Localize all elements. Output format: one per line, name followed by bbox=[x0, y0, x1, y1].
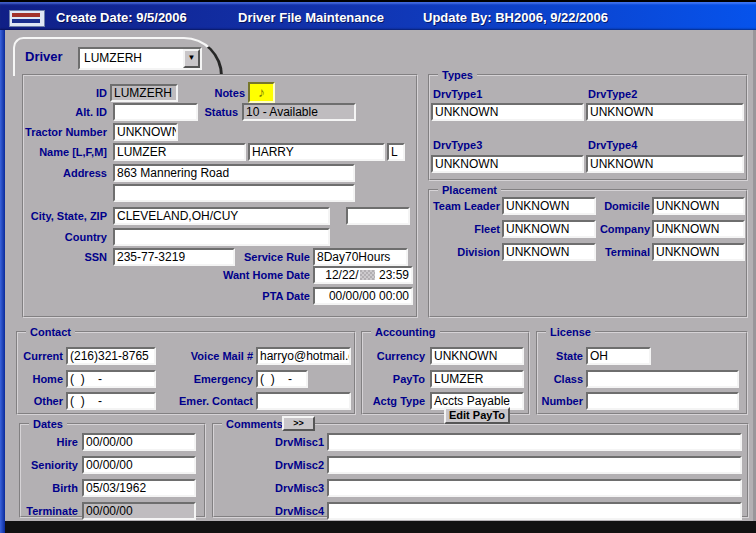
drvmisc3-field[interactable] bbox=[327, 479, 742, 497]
drvmisc1-field[interactable] bbox=[327, 433, 742, 451]
domicile-field[interactable]: UNKNOWN bbox=[652, 197, 745, 215]
payto-label: PayTo bbox=[360, 373, 425, 385]
status-label: Status bbox=[180, 106, 238, 118]
emergency-phone-label: Emergency bbox=[170, 373, 253, 385]
drvmisc3-label: DrvMisc3 bbox=[258, 482, 324, 494]
emergency-phone-field[interactable]: ( ) - bbox=[256, 370, 308, 388]
fleet-field[interactable]: UNKNOWN bbox=[502, 220, 596, 238]
team-leader-label: Team Leader bbox=[418, 200, 500, 212]
hire-date-field[interactable]: 00/00/00 bbox=[82, 433, 196, 451]
tractor-number-label: Tractor Number bbox=[8, 126, 107, 138]
drvmisc1-label: DrvMisc1 bbox=[258, 436, 324, 448]
name-label: Name [L,F,M] bbox=[8, 146, 107, 158]
comments-expand-button[interactable]: >> bbox=[282, 416, 315, 431]
currency-label: Currency bbox=[360, 350, 425, 362]
want-home-date-field[interactable]: 12/22/ 23:59 bbox=[313, 266, 413, 284]
redacted-pixelation bbox=[360, 270, 375, 280]
id-label: ID bbox=[27, 87, 107, 99]
title-bar: Create Date: 9/5/2006 Driver File Mainte… bbox=[0, 0, 756, 30]
drvtype4-label: DrvType4 bbox=[588, 139, 688, 151]
drvmisc2-field[interactable] bbox=[327, 456, 742, 474]
app-icon-mark-blue bbox=[12, 19, 40, 23]
update-by-text: Update By: BH2006, 9/22/2006 bbox=[423, 10, 608, 25]
home-phone-field[interactable]: ( ) - bbox=[66, 370, 156, 388]
drvmisc4-field[interactable] bbox=[327, 502, 742, 520]
country-field[interactable] bbox=[113, 228, 330, 246]
types-group-title: Types bbox=[438, 68, 477, 82]
terminal-field[interactable]: UNKNOWN bbox=[652, 243, 745, 261]
license-group-title: License bbox=[546, 325, 595, 339]
hire-date-label: Hire bbox=[24, 436, 78, 448]
middle-initial-field[interactable]: L bbox=[387, 143, 405, 161]
other-phone-field[interactable]: ( ) - bbox=[66, 392, 156, 410]
drvtype3-label: DrvType3 bbox=[433, 139, 533, 151]
chevron-down-icon: ▼ bbox=[188, 53, 196, 62]
service-rule-field[interactable]: 8Day70Hours bbox=[313, 248, 408, 266]
window-title: Driver File Maintenance bbox=[238, 10, 384, 25]
ssn-field[interactable]: 235-77-3219 bbox=[113, 248, 235, 266]
last-name-field[interactable]: LUMZER bbox=[113, 143, 246, 161]
dates-group-title: Dates bbox=[29, 417, 67, 431]
emergency-contact-field[interactable] bbox=[256, 392, 351, 410]
company-field[interactable]: UNKNOWN bbox=[652, 220, 745, 238]
app-icon-mark-red bbox=[12, 13, 40, 17]
seniority-date-label: Seniority bbox=[24, 459, 78, 471]
status-field: 10 - Available bbox=[242, 103, 356, 121]
combobox-dropdown-button[interactable]: ▼ bbox=[183, 49, 200, 68]
drvtype1-label: DrvType1 bbox=[433, 88, 533, 100]
notes-label: Notes bbox=[185, 87, 245, 99]
license-class-label: Class bbox=[540, 373, 583, 385]
birth-date-field[interactable]: 05/03/1962 bbox=[82, 479, 196, 497]
team-leader-field[interactable]: UNKNOWN bbox=[502, 197, 596, 215]
currency-field[interactable]: UNKNOWN bbox=[430, 347, 524, 365]
country-label: Country bbox=[27, 231, 107, 243]
drvmisc4-label: DrvMisc4 bbox=[258, 505, 324, 517]
ssn-label: SSN bbox=[27, 251, 107, 263]
window-border-bottom bbox=[0, 521, 756, 533]
first-name-field[interactable]: HARRY bbox=[248, 143, 385, 161]
alt-id-label: Alt. ID bbox=[27, 106, 107, 118]
id-field: LUMZERH bbox=[110, 84, 178, 102]
voice-mail-field[interactable]: harryo@hotmail.com bbox=[256, 347, 351, 365]
drvtype2-label: DrvType2 bbox=[588, 88, 688, 100]
payto-field[interactable]: LUMZER bbox=[430, 370, 524, 388]
terminal-label: Terminal bbox=[594, 246, 650, 258]
voice-mail-label: Voice Mail # bbox=[170, 350, 253, 362]
zip-field[interactable] bbox=[346, 207, 410, 225]
other-phone-label: Other bbox=[18, 395, 63, 407]
notes-button[interactable]: ♪ bbox=[248, 82, 275, 103]
tractor-number-field[interactable]: UNKNOWN bbox=[113, 123, 178, 141]
division-label: Division bbox=[440, 246, 500, 258]
edit-payto-button[interactable]: Edit PayTo bbox=[444, 407, 510, 424]
license-number-field[interactable] bbox=[586, 392, 739, 410]
city-state-zip-label: City, State, ZIP bbox=[8, 210, 107, 222]
accounting-group-title: Accounting bbox=[371, 325, 440, 339]
drvmisc2-label: DrvMisc2 bbox=[258, 459, 324, 471]
driver-file-maintenance-window: Create Date: 9/5/2006 Driver File Mainte… bbox=[0, 0, 756, 533]
pta-date-label: PTA Date bbox=[230, 290, 310, 302]
license-state-label: State bbox=[540, 350, 583, 362]
division-field[interactable]: UNKNOWN bbox=[502, 243, 596, 261]
emergency-contact-label: Emer. Contact bbox=[160, 395, 253, 407]
driver-combobox[interactable]: LUMZERH ▼ bbox=[78, 47, 202, 70]
drvtype2-field[interactable]: UNKNOWN bbox=[586, 103, 744, 121]
address-line1-field[interactable]: 863 Mannering Road bbox=[113, 164, 355, 182]
current-phone-field[interactable]: (216)321-8765 bbox=[66, 347, 156, 365]
address-label: Address bbox=[27, 167, 107, 179]
company-label: Company bbox=[592, 223, 650, 235]
terminate-date-field: 00/00/00 bbox=[82, 502, 196, 520]
license-state-field[interactable]: OH bbox=[586, 347, 651, 365]
pta-date-field[interactable]: 00/00/00 00:00 bbox=[313, 287, 413, 305]
drvtype1-field[interactable]: UNKNOWN bbox=[431, 103, 584, 121]
drvtype4-field[interactable]: UNKNOWN bbox=[586, 155, 744, 173]
seniority-date-field[interactable]: 00/00/00 bbox=[82, 456, 196, 474]
address-line2-field[interactable] bbox=[113, 184, 355, 202]
city-state-zip-field[interactable]: CLEVELAND,OH/CUY bbox=[113, 207, 330, 225]
want-home-date-prefix: 12/22/ bbox=[325, 268, 358, 282]
app-icon bbox=[9, 10, 45, 27]
birth-date-label: Birth bbox=[24, 482, 78, 494]
placement-group-title: Placement bbox=[438, 183, 501, 197]
drvtype3-field[interactable]: UNKNOWN bbox=[431, 155, 584, 173]
actg-type-label: Actg Type bbox=[358, 395, 425, 407]
license-class-field[interactable] bbox=[586, 370, 739, 388]
